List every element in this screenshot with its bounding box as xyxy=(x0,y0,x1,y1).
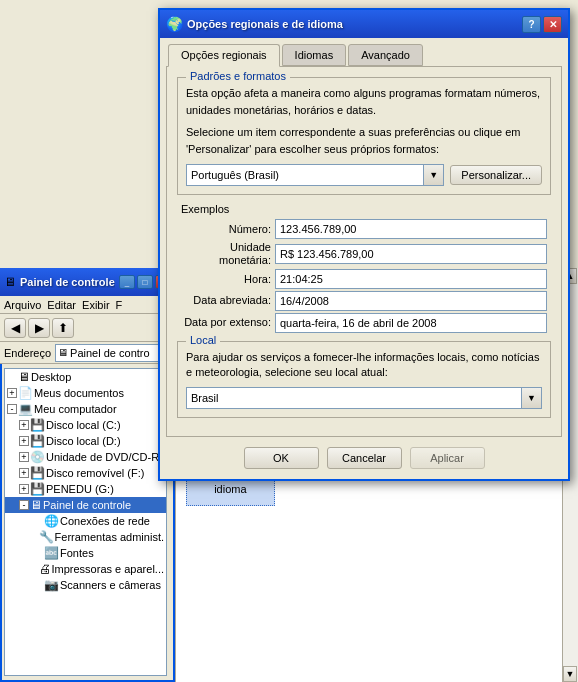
dialog-title-text: Opções regionais e de idioma xyxy=(187,18,518,30)
tree-item-meu-comp[interactable]: - 💻 Meu computador xyxy=(5,401,166,417)
example-data-extenso-label: Data por extenso: xyxy=(181,316,271,329)
tree-item-disco-f[interactable]: + 💾 Disco removível (F:) xyxy=(5,465,166,481)
tab-content: Padrões e formatos Esta opção afeta a ma… xyxy=(166,66,562,437)
tree-item-penedu[interactable]: + 💾 PENEDU (G:) xyxy=(5,481,166,497)
ok-btn[interactable]: OK xyxy=(244,447,319,469)
tree-item-desktop[interactable]: 🖥 Desktop xyxy=(5,369,166,385)
local-dropdown[interactable]: Brasil ▼ xyxy=(186,387,542,409)
menu-f[interactable]: F xyxy=(116,299,123,311)
personalizar-btn[interactable]: Personalizar... xyxy=(450,165,542,185)
tree-item-dvd[interactable]: + 💿 Unidade de DVD/CD-RW ( xyxy=(5,449,166,465)
example-hora-value: 21:04:25 xyxy=(275,269,547,289)
cp-maximize-btn[interactable]: □ xyxy=(137,275,153,289)
example-data-abrev: Data abreviada: 16/4/2008 xyxy=(181,291,547,311)
tree-item-disco-c[interactable]: + 💾 Disco local (C:) xyxy=(5,417,166,433)
dialog-help-btn[interactable]: ? xyxy=(522,16,541,33)
local-section: Local Para ajudar os serviços a fomecer-… xyxy=(177,341,551,418)
dialog-titlebar: 🌍 Opções regionais e de idioma ? ✕ xyxy=(160,10,568,38)
tree-item-meus-docs[interactable]: + 📄 Meus documentos xyxy=(5,385,166,401)
format-desc-2: unidades monetárias, horários e datas. xyxy=(186,103,542,118)
cancel-btn[interactable]: Cancelar xyxy=(327,447,402,469)
example-numero-value: 123.456.789,00 xyxy=(275,219,547,239)
example-hora: Hora: 21:04:25 xyxy=(181,269,547,289)
cp-toolbar: ◀ ▶ ⬆ xyxy=(0,314,175,342)
dropdown-value: Português (Brasil) xyxy=(187,169,283,181)
example-data-extenso-value: quarta-feira, 16 de abril de 2008 xyxy=(275,313,547,333)
format-section-label: Padrões e formatos xyxy=(186,70,290,82)
forward-btn[interactable]: ▶ xyxy=(28,318,50,338)
cp-address-bar: Endereço 🖥 Painel de contro xyxy=(0,342,175,364)
examples-section: Exemplos Número: 123.456.789,00 Unidade … xyxy=(177,203,551,333)
dropdown-arrow: ▼ xyxy=(423,165,443,185)
dialog-buttons: OK Cancelar Aplicar xyxy=(160,443,568,479)
local-dropdown-arrow: ▼ xyxy=(521,388,541,408)
example-data-abrev-value: 16/4/2008 xyxy=(275,291,547,311)
up-btn[interactable]: ⬆ xyxy=(52,318,74,338)
example-numero: Número: 123.456.789,00 xyxy=(181,219,547,239)
dialog-title-icon: 🌍 xyxy=(166,16,183,32)
tree-item-scanners[interactable]: 📷 Scanners e câmeras xyxy=(5,577,166,593)
example-hora-label: Hora: xyxy=(181,273,271,285)
local-desc: Para ajudar os serviços a fomecer-lhe in… xyxy=(186,350,542,381)
cp-menubar: Arquivo Editar Exibir F xyxy=(0,296,175,314)
cp-title-icon: 🖥 xyxy=(4,275,16,289)
format-desc-1: Esta opção afeta a maneira como alguns p… xyxy=(186,86,542,101)
tree-item-ferramentas[interactable]: 🔧 Ferramentas administ. xyxy=(5,529,166,545)
tab-avancado[interactable]: Avançado xyxy=(348,44,423,66)
tree-item-fontes[interactable]: 🔤 Fontes xyxy=(5,545,166,561)
example-numero-label: Número: xyxy=(181,223,271,235)
examples-title: Exemplos xyxy=(181,203,547,215)
tree-item-disco-d[interactable]: + 💾 Disco local (D:) xyxy=(5,433,166,449)
dialog-title-btns: ? ✕ xyxy=(522,16,562,33)
example-data-abrev-label: Data abreviada: xyxy=(181,294,271,307)
back-btn[interactable]: ◀ xyxy=(4,318,26,338)
menu-exibir[interactable]: Exibir xyxy=(82,299,110,311)
cp-titlebar: 🖥 Painel de controle _ □ ✕ xyxy=(0,268,175,296)
example-moeda: Unidade monetária: R$ 123.456.789,00 xyxy=(181,241,547,267)
address-field[interactable]: 🖥 Painel de contro xyxy=(55,344,171,362)
tab-idiomas[interactable]: Idiomas xyxy=(282,44,347,66)
address-value: Painel de contro xyxy=(70,347,150,359)
example-moeda-label: Unidade monetária: xyxy=(181,241,271,267)
example-data-extenso: Data por extenso: quarta-feira, 16 de ab… xyxy=(181,313,547,333)
tree-item-impressoras[interactable]: 🖨 Impressoras e aparel... xyxy=(5,561,166,577)
cp-minimize-btn[interactable]: _ xyxy=(119,275,135,289)
tree-item-painel[interactable]: - 🖥 Painel de controle xyxy=(5,497,166,513)
dropdown-row: Português (Brasil) ▼ Personalizar... xyxy=(186,164,542,186)
example-moeda-value: R$ 123.456.789,00 xyxy=(275,244,547,264)
format-desc-4: 'Personalizar' para escolher seus própri… xyxy=(186,142,542,157)
local-dropdown-value: Brasil xyxy=(187,392,521,404)
address-label: Endereço xyxy=(4,347,51,359)
menu-editar[interactable]: Editar xyxy=(47,299,76,311)
cp-title-text: Painel de controle xyxy=(20,276,115,288)
cp-tree: 🖥 Desktop + 📄 Meus documentos - 💻 Meu co… xyxy=(4,368,167,676)
dialog: 🌍 Opções regionais e de idioma ? ✕ Opçõe… xyxy=(158,8,570,481)
format-section: Padrões e formatos Esta opção afeta a ma… xyxy=(177,77,551,195)
apply-btn[interactable]: Aplicar xyxy=(410,447,485,469)
tab-opcoes-regionais[interactable]: Opções regionais xyxy=(168,44,280,67)
format-desc-3: Selecione um item correspondente a suas … xyxy=(186,125,542,140)
tree-item-conexoes[interactable]: 🌐 Conexões de rede xyxy=(5,513,166,529)
dialog-close-btn[interactable]: ✕ xyxy=(543,16,562,33)
tab-bar: Opções regionais Idiomas Avançado xyxy=(160,38,568,66)
language-dropdown[interactable]: Português (Brasil) ▼ xyxy=(186,164,444,186)
scroll-down-btn[interactable]: ▼ xyxy=(563,666,577,682)
menu-arquivo[interactable]: Arquivo xyxy=(4,299,41,311)
local-section-label: Local xyxy=(186,334,220,346)
